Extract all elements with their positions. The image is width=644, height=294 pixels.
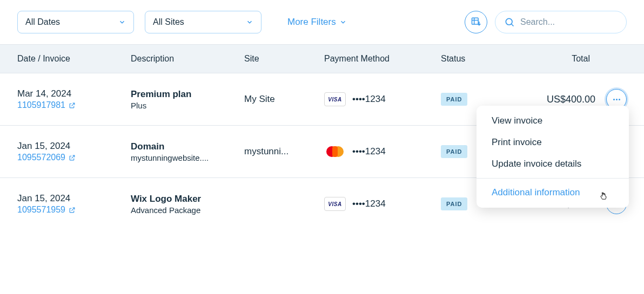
svg-line-4 [512, 24, 514, 26]
site-cell: mystunni... [244, 146, 324, 157]
menu-print-invoice[interactable]: Print invoice [477, 132, 629, 153]
status-badge: PAID [441, 197, 467, 210]
sites-dropdown-label: All Sites [153, 17, 184, 27]
toolbar-right [465, 11, 627, 33]
description-cell: Wix Logo Maker Advanced Package [131, 194, 244, 215]
export-button[interactable] [465, 11, 487, 33]
chevron-down-icon [339, 18, 347, 26]
more-filters-button[interactable]: More Filters [287, 17, 347, 28]
menu-update-invoice[interactable]: Update invoice details [477, 153, 629, 175]
payment-cell: VISA ••••1234 [324, 92, 441, 106]
header-status: Status [441, 54, 511, 64]
invoice-id: 1095571959 [17, 205, 65, 215]
date-text: Jan 15, 2024 [17, 141, 131, 152]
invoice-id: 1105917981 [17, 100, 65, 110]
mastercard-icon [324, 145, 346, 159]
date-text: Jan 15, 2024 [17, 193, 131, 204]
sites-dropdown[interactable]: All Sites [145, 11, 261, 33]
card-last4: ••••1234 [352, 199, 386, 209]
invoice-id: 1095572069 [17, 153, 65, 162]
description-cell: Domain mystunningwebsite.... [131, 141, 244, 162]
status-badge: PAID [441, 145, 467, 158]
external-link-icon [69, 102, 76, 109]
search-input[interactable] [520, 17, 618, 27]
svg-point-3 [506, 18, 512, 25]
header-total: Total [511, 54, 627, 64]
payment-cell: ••••1234 [324, 145, 441, 159]
invoice-link[interactable]: 1095571959 [17, 205, 131, 215]
toolbar: All Dates All Sites More Filters [0, 0, 644, 44]
header-date: Date / Invoice [17, 54, 131, 64]
row-actions-menu: View invoice Print invoice Update invoic… [477, 106, 629, 208]
header-site: Site [244, 54, 324, 64]
visa-card-icon: VISA [324, 197, 346, 211]
dates-dropdown[interactable]: All Dates [17, 11, 134, 33]
status-badge: PAID [441, 93, 467, 106]
total-cell: US$400.00 [511, 94, 606, 105]
chevron-down-icon [246, 18, 253, 26]
svg-rect-0 [472, 18, 479, 24]
invoice-link[interactable]: 1095572069 [17, 153, 131, 162]
search-icon [504, 17, 515, 28]
search-box[interactable] [495, 11, 627, 33]
more-filters-label: More Filters [287, 17, 336, 28]
visa-card-icon: VISA [324, 92, 346, 106]
description-sub: Advanced Package [131, 206, 244, 215]
date-text: Mar 14, 2024 [17, 88, 131, 99]
dates-dropdown-label: All Dates [25, 17, 60, 27]
card-last4: ••••1234 [352, 94, 386, 105]
site-cell: My Site [244, 94, 324, 105]
header-payment: Payment Method [324, 54, 441, 64]
description-sub: Plus [131, 101, 244, 110]
description-title: Premium plan [131, 89, 244, 100]
menu-additional-info[interactable]: Additional information [477, 182, 629, 203]
external-link-icon [69, 207, 76, 214]
menu-divider [477, 178, 629, 179]
table-header: Date / Invoice Description Site Payment … [0, 44, 644, 73]
description-sub: mystunningwebsite.... [131, 153, 244, 162]
date-cell: Mar 14, 2024 1105917981 [17, 88, 131, 110]
description-title: Wix Logo Maker [131, 194, 244, 204]
export-icon [471, 16, 481, 29]
date-cell: Jan 15, 2024 1095572069 [17, 141, 131, 162]
description-cell: Premium plan Plus [131, 89, 244, 110]
menu-view-invoice[interactable]: View invoice [477, 110, 629, 132]
chevron-down-icon [118, 18, 126, 26]
description-title: Domain [131, 141, 244, 152]
card-last4: ••••1234 [352, 146, 386, 157]
date-cell: Jan 15, 2024 1095571959 [17, 193, 131, 215]
table-row: Mar 14, 2024 1105917981 Premium plan Plu… [0, 73, 644, 126]
more-icon [613, 99, 620, 100]
header-desc: Description [131, 54, 244, 64]
payment-cell: VISA ••••1234 [324, 197, 441, 211]
external-link-icon [69, 154, 76, 161]
status-cell: PAID [441, 93, 511, 106]
invoice-link[interactable]: 1105917981 [17, 100, 131, 110]
